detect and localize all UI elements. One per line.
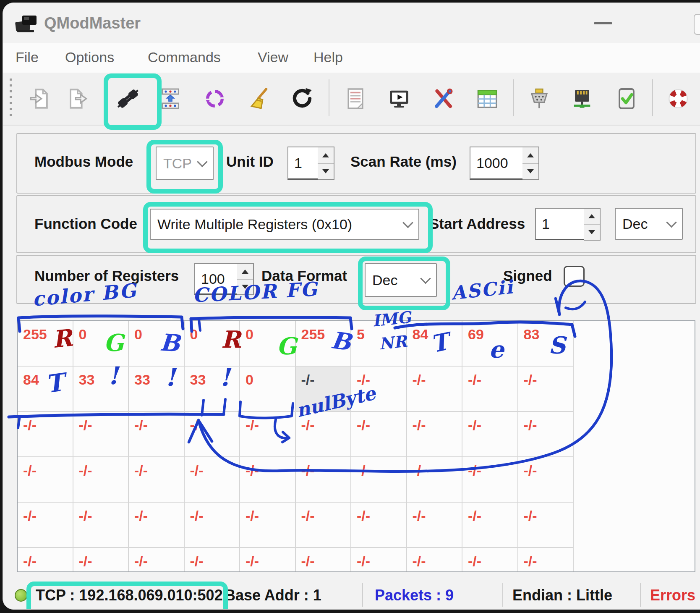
table-cell[interactable]: -/- xyxy=(351,412,407,457)
table-cell[interactable]: -/- xyxy=(18,548,73,572)
table-cell[interactable]: -/- xyxy=(518,503,574,548)
registers-view-button[interactable] xyxy=(471,83,503,115)
start-address-format-select[interactable]: Dec xyxy=(615,208,683,240)
table-cell[interactable]: 255 xyxy=(18,321,73,367)
table-cell[interactable]: -/- xyxy=(296,367,352,412)
menu-file[interactable]: File xyxy=(16,49,39,65)
menu-help[interactable]: Help xyxy=(313,49,343,65)
valid-request-button[interactable] xyxy=(611,83,643,115)
unit-id-stepper[interactable] xyxy=(318,147,334,180)
number-of-registers-input[interactable]: 100 xyxy=(194,263,239,295)
table-cell[interactable]: -/- xyxy=(73,503,129,548)
table-cell[interactable]: 83 xyxy=(518,321,574,367)
maximize-button[interactable] xyxy=(694,14,700,35)
table-cell[interactable]: -/- xyxy=(296,503,352,548)
table-cell[interactable]: -/- xyxy=(351,457,407,503)
table-cell[interactable]: 0 xyxy=(240,367,296,412)
reset-counters-button[interactable] xyxy=(286,83,318,115)
table-cell[interactable]: -/- xyxy=(18,503,73,548)
table-cell[interactable]: -/- xyxy=(73,412,129,457)
help-button[interactable] xyxy=(662,83,694,115)
table-cell[interactable]: 33 xyxy=(73,367,129,412)
load-session-button[interactable] xyxy=(24,83,56,115)
table-cell[interactable]: -/- xyxy=(73,548,129,572)
table-cell[interactable]: -/- xyxy=(296,457,352,503)
table-cell[interactable]: 84 xyxy=(18,367,73,412)
network-settings-button[interactable] xyxy=(566,83,598,115)
function-code-select[interactable]: Write Multiple Registers (0x10) xyxy=(150,209,419,240)
toolbar-drag-handle[interactable] xyxy=(10,79,12,119)
table-cell[interactable]: -/- xyxy=(518,548,574,572)
table-cell[interactable]: -/- xyxy=(129,412,185,457)
write-read-cycle-button[interactable] xyxy=(154,83,186,115)
minimize-button[interactable] xyxy=(594,22,612,24)
table-cell[interactable]: -/- xyxy=(351,503,407,548)
table-cell[interactable]: -/- xyxy=(18,412,73,457)
menu-commands[interactable]: Commands xyxy=(148,49,221,65)
table-cell[interactable]: 84 xyxy=(407,321,463,367)
menu-options[interactable]: Options xyxy=(65,49,114,65)
table-cell[interactable]: 0 xyxy=(240,321,296,367)
table-cell[interactable]: -/- xyxy=(296,412,352,457)
table-cell[interactable]: -/- xyxy=(518,367,574,412)
table-cell[interactable]: -/- xyxy=(407,367,463,412)
table-cell[interactable]: 0 xyxy=(129,321,185,367)
bus-monitor-button[interactable] xyxy=(383,83,415,115)
table-cell[interactable]: 33 xyxy=(129,367,185,412)
table-cell[interactable]: -/- xyxy=(518,457,574,503)
table-cell[interactable]: -/- xyxy=(240,457,296,503)
unit-id-input[interactable]: 1 xyxy=(287,147,319,180)
table-cell[interactable]: -/- xyxy=(407,503,463,548)
table-cell[interactable]: 0 xyxy=(73,321,129,367)
start-address-stepper[interactable] xyxy=(584,208,601,241)
clear-button[interactable] xyxy=(242,83,274,115)
table-cell[interactable]: -/- xyxy=(407,548,463,572)
table-cell[interactable]: -/- xyxy=(129,503,185,548)
table-cell[interactable]: -/- xyxy=(462,367,518,412)
table-cell[interactable]: -/- xyxy=(73,457,129,503)
table-cell[interactable]: -/- xyxy=(185,503,240,548)
table-cell[interactable]: 33 xyxy=(185,367,240,412)
table-cell[interactable]: -/- xyxy=(407,457,463,503)
scan-rate-stepper[interactable] xyxy=(522,147,539,180)
start-address-input[interactable]: 1 xyxy=(535,208,585,240)
menu-view[interactable]: View xyxy=(258,49,288,65)
settings-button[interactable] xyxy=(427,83,459,115)
data-format-select[interactable]: Dec xyxy=(365,263,437,297)
table-cell[interactable]: -/- xyxy=(462,457,518,503)
table-cell[interactable]: -/- xyxy=(407,412,463,457)
table-cell[interactable]: -/- xyxy=(129,457,185,503)
table-cell[interactable]: -/- xyxy=(462,503,518,548)
cell-value: -/- xyxy=(23,553,37,569)
table-cell[interactable]: -/- xyxy=(185,457,240,503)
serial-settings-button[interactable] xyxy=(523,83,555,115)
table-cell[interactable]: -/- xyxy=(129,548,185,572)
signed-checkbox[interactable] xyxy=(564,266,585,287)
table-cell[interactable]: 255 xyxy=(296,321,352,367)
table-cell[interactable]: -/- xyxy=(240,412,296,457)
title-bar[interactable]: QModMaster xyxy=(3,3,700,43)
scan-button[interactable] xyxy=(199,83,231,115)
table-cell[interactable]: 69 xyxy=(462,321,518,367)
table-cell[interactable]: -/- xyxy=(185,548,240,572)
table-cell[interactable]: -/- xyxy=(296,548,352,572)
connect-button[interactable] xyxy=(112,83,144,115)
modbus-mode-select[interactable]: TCP xyxy=(156,147,214,180)
table-cell[interactable]: -/- xyxy=(18,457,73,503)
save-session-button[interactable] xyxy=(62,83,94,115)
table-cell[interactable]: -/- xyxy=(351,548,407,572)
scan-rate-input[interactable]: 1000 xyxy=(470,147,524,180)
table-cell[interactable]: -/- xyxy=(240,503,296,548)
log-button[interactable] xyxy=(340,83,371,115)
table-cell[interactable]: -/- xyxy=(462,548,518,572)
table-cell[interactable]: 5 xyxy=(351,321,407,367)
table-cell[interactable]: 0 xyxy=(185,321,240,367)
cell-value: -/- xyxy=(413,462,426,479)
table-cell[interactable]: -/- xyxy=(351,367,407,412)
table-cell[interactable]: -/- xyxy=(462,412,518,457)
table-cell[interactable]: -/- xyxy=(185,412,240,457)
cell-value: 84 xyxy=(23,372,39,388)
table-cell[interactable]: -/- xyxy=(518,412,574,457)
number-of-registers-stepper[interactable] xyxy=(237,263,254,295)
table-cell[interactable]: -/- xyxy=(240,548,296,572)
